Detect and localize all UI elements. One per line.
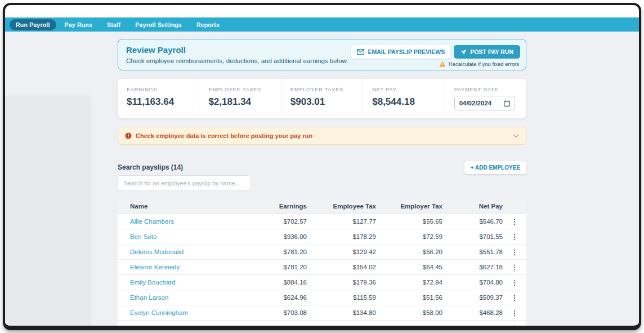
employee-tax-cell: $154.02 — [307, 264, 376, 270]
main-nav: Run Payroll Pay Runs Staff Payroll Setti… — [5, 17, 639, 32]
employee-link[interactable]: Eleanor Kennedy — [130, 264, 180, 270]
column-header-employer-tax: Employer Tax — [376, 203, 442, 210]
payment-date-input[interactable]: 04/02/2024 — [454, 96, 515, 110]
alert-circle-icon — [125, 132, 132, 139]
summary-earnings: EARNINGS $11,163.64 — [118, 79, 199, 118]
employee-tax-cell: $179.36 — [307, 279, 376, 286]
summary-label: EMPLOYEE TAXES — [208, 86, 271, 92]
employee-link[interactable]: Evelyn Cunningham — [130, 309, 188, 316]
review-payroll-banner: Review Payroll Check employee reimbursem… — [118, 39, 526, 70]
summary-value: $11,163.64 — [127, 96, 190, 108]
employee-tax-cell: $134.80 — [307, 309, 376, 316]
email-button-label: EMAIL PAYSLIP PREVIEWS — [368, 48, 445, 55]
payment-date-value: 04/02/2024 — [459, 100, 492, 106]
post-button-label: POST PAY RUN — [470, 48, 513, 55]
table-row: Eleanor Kennedy $781.20 $154.02 $64.45 $… — [118, 259, 526, 274]
summary-label: PAYMENT DATE — [454, 86, 517, 92]
net-pay-cell: $551.78 — [442, 248, 503, 255]
table-row: Emily Bouchard $884.16 $179.36 $72.94 $7… — [118, 274, 526, 290]
employee-link[interactable]: Florence Ouellet — [130, 325, 177, 330]
employee-link[interactable]: Ethan Larson — [130, 294, 168, 301]
earnings-cell: $703.08 — [245, 309, 307, 316]
summary-value: $2,181.34 — [208, 96, 271, 108]
net-pay-cell: $627.18 — [442, 264, 503, 270]
table-row: Ethan Larson $624.96 $115.59 $51.56 $509… — [118, 290, 526, 305]
earnings-cell: $677.16 — [245, 325, 307, 330]
window-titlebar — [5, 5, 639, 17]
chevron-down-icon[interactable] — [513, 134, 519, 138]
employer-tax-cell: $72.59 — [376, 233, 442, 240]
employee-link[interactable]: Allie Chambers — [130, 218, 174, 225]
add-employee-button[interactable]: + ADD EMPLOYEE — [464, 161, 526, 174]
summary-employer-taxes: EMPLOYER TAXES $903.01 — [281, 79, 363, 118]
employee-data-warning-banner[interactable]: Check employee data is correct before po… — [118, 127, 526, 145]
column-header-net-pay: Net Pay — [442, 203, 503, 210]
summary-label: EMPLOYER TAXES — [290, 86, 354, 92]
column-header-earnings: Earnings — [245, 203, 307, 210]
employer-tax-cell: $53.07 — [376, 325, 442, 330]
summary-label: EARNINGS — [127, 86, 190, 92]
email-payslip-previews-button[interactable]: EMAIL PAYSLIP PREVIEWS — [351, 45, 450, 59]
review-actions: EMAIL PAYSLIP PREVIEWS POST PAY RUN — [351, 45, 520, 59]
employee-tax-cell: $129.42 — [307, 248, 376, 255]
employee-tax-cell: $120.09 — [307, 325, 376, 330]
table-header: Name Earnings Employee Tax Employer Tax … — [118, 199, 526, 214]
kebab-menu-icon[interactable]: ⋮ — [511, 217, 518, 226]
employee-tax-cell: $127.77 — [307, 218, 376, 225]
earnings-cell: $781.20 — [245, 248, 307, 255]
kebab-menu-icon[interactable]: ⋮ — [511, 309, 518, 317]
employer-tax-cell: $64.45 — [376, 264, 442, 270]
summary-employee-taxes: EMPLOYEE TAXES $2,181.34 — [199, 79, 280, 118]
kebab-menu-icon[interactable]: ⋮ — [511, 278, 518, 287]
nav-tab-run-payroll[interactable]: Run Payroll — [10, 19, 56, 30]
employer-tax-cell: $56.20 — [376, 248, 442, 255]
earnings-cell: $884.16 — [245, 279, 307, 286]
kebab-menu-icon[interactable]: ⋮ — [511, 324, 518, 331]
background-panel — [5, 96, 88, 330]
kebab-menu-icon[interactable]: ⋮ — [511, 294, 518, 302]
summary-payment-date: PAYMENT DATE 04/02/2024 — [445, 79, 526, 118]
nav-tab-pay-runs[interactable]: Pay Runs — [59, 19, 99, 30]
warning-message: Check employee data is correct before po… — [136, 132, 509, 139]
earnings-cell: $702.57 — [245, 218, 307, 225]
kebab-menu-icon[interactable]: ⋮ — [511, 248, 518, 256]
summary-net-pay: NET PAY $8,544.18 — [363, 79, 444, 118]
column-header-name: Name — [118, 203, 245, 210]
employer-tax-cell: $51.56 — [376, 294, 442, 301]
recalculate-note: Recalculate if you fixed errors — [439, 61, 519, 67]
summary-value: $8,544.18 — [372, 96, 435, 108]
warning-triangle-icon — [439, 61, 446, 67]
employer-tax-cell: $58.00 — [376, 309, 442, 316]
table-row: Evelyn Cunningham $703.08 $134.80 $58.00… — [118, 305, 526, 320]
net-pay-cell: $468.28 — [442, 309, 503, 316]
table-row: Delores Mcdonalid $781.20 $129.42 $56.20… — [118, 244, 526, 259]
summary-value: $903.01 — [290, 96, 354, 108]
kebab-menu-icon[interactable]: ⋮ — [511, 263, 518, 272]
payslip-table: Name Earnings Employee Tax Employer Tax … — [118, 199, 526, 330]
main-column: Review Payroll Check employee reimbursem… — [118, 39, 526, 330]
employee-link[interactable]: Delores Mcdonalid — [130, 248, 184, 255]
employee-tax-cell: $115.59 — [307, 294, 376, 301]
calendar-icon — [504, 100, 510, 106]
table-row: Ben Soto $936.00 $178.29 $72.59 $701.55 … — [118, 229, 526, 244]
search-input[interactable] — [118, 175, 251, 191]
earnings-cell: $624.96 — [245, 294, 307, 301]
earnings-cell: $781.20 — [245, 264, 307, 270]
employer-tax-cell: $72.94 — [376, 279, 442, 286]
recalculate-note-text: Recalculate if you fixed errors — [449, 61, 519, 67]
employer-tax-cell: $55.65 — [376, 218, 442, 225]
nav-tab-payroll-settings[interactable]: Payroll Settings — [129, 19, 188, 30]
net-pay-cell: $509.37 — [442, 294, 503, 301]
earnings-cell: $936.00 — [245, 233, 307, 240]
app-window: Run Payroll Pay Runs Staff Payroll Setti… — [3, 3, 641, 330]
nav-tab-staff[interactable]: Staff — [101, 19, 127, 30]
employee-link[interactable]: Emily Bouchard — [130, 279, 176, 286]
nav-tab-reports[interactable]: Reports — [190, 19, 226, 30]
kebab-menu-icon[interactable]: ⋮ — [511, 233, 518, 241]
employee-link[interactable]: Ben Soto — [130, 233, 156, 240]
post-pay-run-button[interactable]: POST PAY RUN — [454, 45, 520, 59]
send-icon — [460, 49, 467, 55]
table-row: Florence Ouellet $677.16 $120.09 $53.07 … — [118, 320, 526, 330]
net-pay-cell: $701.55 — [442, 233, 503, 240]
envelope-icon — [357, 49, 364, 55]
